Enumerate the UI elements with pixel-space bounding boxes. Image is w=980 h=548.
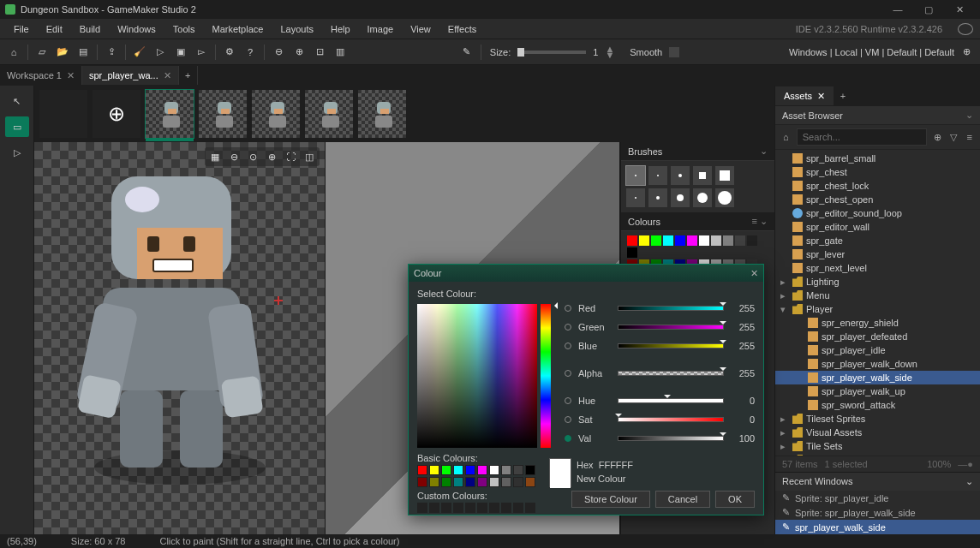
custom-swatch[interactable] [441, 503, 451, 513]
asset-spr_player_defeated[interactable]: spr_player_defeated [775, 330, 980, 343]
arrow-tool[interactable]: ↖ [5, 91, 29, 111]
size-slider[interactable] [517, 51, 586, 54]
brush-6[interactable] [626, 188, 645, 207]
custom-swatch[interactable] [429, 503, 439, 513]
brush-5[interactable] [715, 166, 734, 185]
palette-swatch[interactable] [651, 235, 661, 246]
brush-2[interactable] [648, 166, 667, 185]
hue-handle[interactable] [551, 302, 558, 309]
run-button[interactable]: ▷ [152, 44, 169, 61]
debug-button[interactable]: ▣ [172, 44, 189, 61]
palette-swatch[interactable] [687, 235, 697, 246]
custom-swatch[interactable] [513, 503, 523, 513]
brush-3[interactable] [671, 166, 690, 185]
palette-swatch[interactable] [723, 235, 733, 246]
open-button[interactable]: 📂 [54, 44, 71, 61]
slider-hue[interactable]: Hue0 [565, 391, 755, 410]
tab-spr_player_wa-[interactable]: spr_player_wa...✕ [82, 66, 179, 85]
basic-swatch[interactable] [417, 477, 427, 487]
add-panel-tab[interactable]: + [834, 86, 852, 105]
custom-swatch[interactable] [489, 503, 499, 513]
recent-spr_player_walk_side[interactable]: ✎spr_player_walk_side [775, 520, 980, 534]
menu-edit[interactable]: Edit [39, 22, 69, 36]
home-button[interactable]: ⌂ [5, 44, 22, 61]
layout-button[interactable]: ▥ [332, 44, 349, 61]
help-button[interactable]: ? [242, 44, 259, 61]
basic-swatch[interactable] [417, 465, 427, 475]
slider-alpha[interactable]: Alpha255 [565, 364, 755, 383]
asset-spr_energy_shield[interactable]: spr_energy_shield [775, 316, 980, 330]
palette-swatch[interactable] [699, 235, 709, 246]
basic-swatch[interactable] [525, 465, 535, 475]
asset-Lighting[interactable]: ▸Lighting [775, 275, 980, 289]
menu-windows[interactable]: Windows [111, 22, 163, 36]
asset-spr_next_level[interactable]: spr_next_level [775, 261, 980, 275]
basic-swatch[interactable] [429, 465, 439, 475]
pencil-tool[interactable]: ✎ [458, 44, 475, 61]
zoom-in-button[interactable]: ⊕ [290, 44, 308, 61]
basic-swatch[interactable] [453, 465, 463, 475]
maximize-button[interactable]: ▢ [913, 0, 944, 19]
basic-swatch[interactable] [513, 465, 523, 475]
asset-spr_chest_lock[interactable]: spr_chest_lock [775, 179, 980, 193]
minimize-button[interactable]: — [882, 0, 913, 19]
asset-spr_gate[interactable]: spr_gate [775, 234, 980, 247]
brush-8[interactable] [671, 188, 690, 207]
assets-tab[interactable]: Assets✕ [775, 86, 834, 105]
slider-val[interactable]: Val100 [565, 429, 755, 448]
brush-1[interactable] [626, 166, 645, 185]
add-asset-icon[interactable]: ⊕ [932, 130, 943, 144]
asset-spr_editor_sound_loop[interactable]: spr_editor_sound_loop [775, 206, 980, 220]
asset-spr_barrel_small[interactable]: spr_barrel_small [775, 152, 980, 165]
menu-file[interactable]: File [7, 22, 36, 36]
gear-button[interactable]: ⚙ [221, 44, 238, 61]
asset-Visual Assets[interactable]: ▸Visual Assets [775, 426, 980, 439]
menu-layouts[interactable]: Layouts [273, 22, 320, 36]
add-frame-button[interactable]: ⊕ [93, 90, 140, 138]
filter-icon[interactable]: ▽ [948, 130, 959, 144]
palette-swatch[interactable] [735, 235, 745, 246]
palette-swatch[interactable] [747, 235, 757, 246]
asset-spr_player_walk_side[interactable]: spr_player_walk_side [775, 371, 980, 384]
origin-marker[interactable] [274, 296, 283, 305]
close-icon[interactable]: ✕ [817, 91, 825, 102]
menu-image[interactable]: Image [361, 22, 401, 36]
dialog-titlebar[interactable]: Colour ✕ [409, 265, 763, 282]
basic-swatch[interactable] [441, 465, 451, 475]
target-selector[interactable]: Windows | Local | VM | Default | Default [789, 47, 954, 57]
basic-swatch[interactable] [477, 465, 487, 475]
close-icon[interactable]: ✕ [67, 70, 75, 81]
asset-spr_player_idle[interactable]: spr_player_idle [775, 343, 980, 357]
draw-tool[interactable]: ▭ [5, 116, 29, 137]
saturation-value-picker[interactable] [417, 304, 537, 448]
frame-5[interactable] [358, 90, 406, 138]
basic-swatch[interactable] [489, 477, 499, 487]
custom-swatch[interactable] [465, 503, 475, 513]
export-button[interactable]: ⇪ [103, 44, 120, 61]
custom-swatch[interactable] [525, 503, 535, 513]
menu-effects[interactable]: Effects [441, 22, 483, 36]
menu-icon[interactable]: ≡ [964, 130, 975, 144]
palette-swatch[interactable] [627, 235, 637, 246]
brush-4[interactable] [693, 166, 712, 185]
asset-spr_chest_open[interactable]: spr_chest_open [775, 193, 980, 206]
basic-swatch[interactable] [465, 465, 475, 475]
zoom-fit-button[interactable]: ⊡ [311, 44, 328, 61]
menu-tools[interactable]: Tools [166, 22, 202, 36]
fit-icon[interactable]: ⛶ [282, 149, 299, 164]
save-button[interactable]: ▤ [75, 44, 92, 61]
colours-header[interactable]: Colours≡ ⌄ [621, 212, 774, 231]
close-icon[interactable]: ✕ [164, 70, 171, 81]
basic-swatch[interactable] [489, 465, 499, 475]
custom-swatch[interactable] [417, 503, 427, 513]
basic-swatch[interactable] [477, 477, 487, 487]
menu-view[interactable]: View [403, 22, 438, 36]
menu-marketplace[interactable]: Marketplace [205, 22, 270, 36]
dialog-close-icon[interactable]: ✕ [750, 268, 758, 279]
slider-sat[interactable]: Sat0 [565, 410, 755, 429]
asset-Player[interactable]: ▾Player [775, 302, 980, 316]
menu-build[interactable]: Build [73, 22, 107, 36]
zoom-in-icon[interactable]: ⊕ [263, 149, 280, 164]
smooth-checkbox[interactable] [669, 47, 679, 57]
asset-search-input[interactable] [797, 128, 927, 146]
